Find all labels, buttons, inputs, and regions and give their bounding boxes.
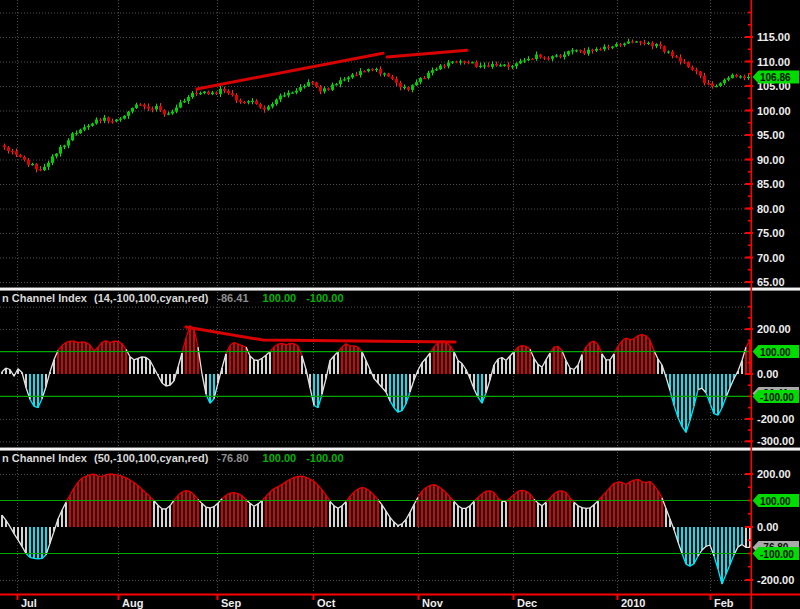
cci14-level-low-label: -100.00	[306, 292, 343, 304]
svg-text:100.00: 100.00	[760, 347, 791, 358]
axis-label: 110.00	[757, 56, 790, 68]
cci50-bars	[1, 474, 751, 584]
axis-label: -200.00	[757, 413, 794, 425]
axis-label: 85.00	[757, 178, 785, 190]
month-label: Jul	[21, 597, 37, 609]
trading-chart-window: JulAugSepOctNovDec2010Feb115.00110.00105…	[0, 0, 800, 609]
candlestick-series	[3, 39, 750, 173]
axis-label: -200.00	[757, 574, 794, 586]
month-label: 2010	[621, 597, 645, 609]
axis-label: 70.00	[757, 252, 785, 264]
cci14-level-high-label: 100.00	[263, 292, 297, 304]
axis-label: 200.00	[757, 468, 791, 480]
cci50-indicator-value: -76.80	[217, 452, 248, 464]
chart-canvas[interactable]: JulAugSepOctNovDec2010Feb115.00110.00105…	[0, 0, 800, 609]
cci14-indicator-name: n Channel Index	[2, 292, 87, 304]
month-label: Oct	[317, 597, 336, 609]
cci50-header: n Channel Index(50,-100,100,cyan,red)-76…	[2, 452, 344, 464]
cci14-header: n Channel Index(14,-100,100,cyan,red)-86…	[2, 292, 344, 304]
cci50-level-low-label: -100.00	[306, 452, 343, 464]
cci14-indicator-params: (14,-100,100,cyan,red)	[94, 292, 208, 304]
panel-separators	[0, 287, 800, 451]
axis-label: 90.00	[757, 154, 785, 166]
right-axis: 115.00110.00105.00100.0095.0090.0085.008…	[745, 0, 794, 609]
axis-label: 0.00	[757, 521, 778, 533]
axis-label: 80.00	[757, 203, 785, 215]
cci50-indicator-name: n Channel Index	[2, 452, 87, 464]
axis-label: -300.00	[757, 435, 794, 447]
month-label: Feb	[714, 597, 734, 609]
svg-text:100.00: 100.00	[760, 496, 791, 507]
cci50-level-high-label: 100.00	[263, 452, 297, 464]
month-label: Nov	[422, 597, 444, 609]
axis-label: 100.00	[757, 105, 791, 117]
cci50-indicator-params: (50,-100,100,cyan,red)	[94, 452, 208, 464]
x-axis: JulAugSepOctNovDec2010Feb	[0, 594, 800, 609]
month-label: Dec	[517, 597, 537, 609]
axis-label: 115.00	[757, 31, 790, 43]
axis-label: 95.00	[757, 129, 785, 141]
month-label: Sep	[221, 597, 241, 609]
cci14-indicator-value: -86.41	[217, 292, 248, 304]
svg-text:-100.00: -100.00	[760, 392, 794, 403]
svg-text:106.86: 106.86	[760, 72, 791, 83]
svg-text:-100.00: -100.00	[760, 549, 794, 560]
axis-label: 75.00	[757, 227, 785, 239]
month-label: Aug	[122, 597, 143, 609]
axis-label: 0.00	[757, 368, 778, 380]
axis-label: 65.00	[757, 276, 785, 288]
axis-label: 200.00	[757, 323, 791, 335]
price-tag: 106.86	[753, 71, 800, 84]
